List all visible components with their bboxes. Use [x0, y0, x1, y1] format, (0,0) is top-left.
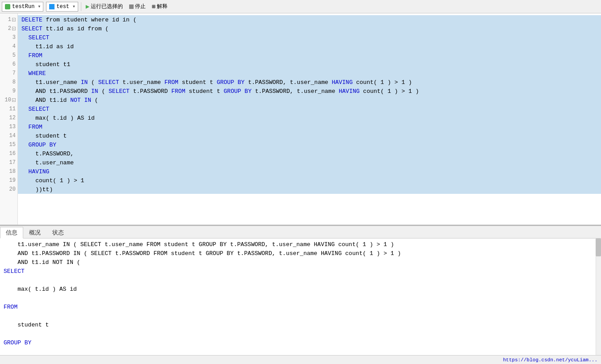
line-num-text: 10: [5, 97, 11, 103]
line-number-19: 19: [0, 176, 17, 185]
code-token: FROM: [164, 79, 178, 86]
line-num-text: 20: [9, 186, 16, 192]
code-token: tt.id as id from (: [42, 25, 109, 32]
line-number-18: 18: [0, 167, 17, 176]
line-num-text: 16: [9, 151, 16, 157]
code-content[interactable]: DELETE from student where id in (SELECT …: [18, 13, 601, 225]
code-line-8[interactable]: t1.user_name IN ( SELECT t.user_name FRO…: [18, 78, 601, 87]
code-token: count( 1 ) > 1 ): [353, 79, 412, 86]
collapse-btn[interactable]: −: [12, 98, 16, 102]
code-line-18[interactable]: HAVING: [18, 167, 601, 176]
code-token: t1.id as id: [21, 43, 74, 50]
code-line-4[interactable]: t1.id as id: [18, 42, 601, 51]
line-number-20: 20: [0, 185, 17, 194]
code-token: GROUP BY: [224, 88, 252, 95]
db-selector-1[interactable]: testRun ▼: [2, 2, 43, 12]
stop-button[interactable]: 停止: [127, 3, 147, 10]
code-token: GROUP BY: [21, 142, 56, 148]
code-editor[interactable]: 1−2−345678910−11121314151617181920 DELET…: [0, 13, 601, 226]
line-num-text: 18: [9, 168, 16, 175]
code-token: HAVING: [21, 168, 49, 175]
code-token: [21, 34, 29, 41]
code-line-10[interactable]: AND t1.id NOT IN (: [18, 96, 601, 105]
stop-label: 停止: [135, 3, 146, 10]
line-number-8: 8: [0, 78, 17, 87]
explain-button[interactable]: ⊞ 解释: [150, 3, 169, 10]
code-line-9[interactable]: AND t1.PASSWORD IN ( SELECT t.PASSWORD F…: [18, 87, 601, 96]
code-line-5[interactable]: FROM: [18, 51, 601, 60]
collapse-btn[interactable]: −: [12, 18, 16, 21]
code-token: t.PASSWORD, t.user_name: [252, 88, 339, 95]
code-token: (: [88, 79, 98, 86]
code-token: from: [42, 17, 63, 23]
line-number-6: 6: [0, 60, 17, 69]
line-number-12: 12: [0, 113, 17, 122]
code-line-12[interactable]: max( t.id ) AS id: [18, 113, 601, 122]
bottom-tab-概况[interactable]: 概况: [23, 226, 46, 238]
chevron-down-icon2: ▼: [73, 4, 75, 8]
code-token: t1.user_name: [21, 79, 81, 86]
info-keyword: SELECT: [4, 268, 25, 275]
bottom-content[interactable]: t1.user_name IN ( SELECT t.user_name FRO…: [0, 238, 601, 355]
info-content: t1.user_name IN ( SELECT t.user_name FRO…: [4, 240, 597, 355]
scrollbar-thumb[interactable]: [596, 238, 601, 256]
code-token: [21, 124, 29, 130]
code-token: IN: [81, 79, 88, 86]
code-line-3[interactable]: SELECT: [18, 33, 601, 42]
scrollbar-right[interactable]: [596, 238, 601, 355]
db-selector-2[interactable]: test ▼: [46, 2, 78, 12]
code-line-20[interactable]: ))tt): [18, 185, 601, 194]
code-line-2[interactable]: SELECT tt.id as id from (: [18, 24, 601, 33]
code-line-1[interactable]: DELETE from student where id in (: [18, 15, 601, 24]
bottom-panel: 信息概况状态 t1.user_name IN ( SELECT t.user_n…: [0, 226, 601, 364]
code-token: SELECT: [98, 79, 119, 86]
code-token: student t1: [21, 61, 70, 68]
toolbar: testRun ▼ test ▼ ▶ 运行已选择的 停止 ⊞ 解释: [0, 0, 601, 13]
code-token: HAVING: [332, 79, 353, 86]
info-line: [4, 347, 590, 355]
code-token: student t: [178, 79, 217, 86]
status-link[interactable]: https://blog.csdn.net/ycuLiam...: [503, 357, 597, 363]
info-line: AND t1.PASSWORD IN ( SELECT t.PASSWORD F…: [4, 249, 590, 258]
line-number-15: 15: [0, 140, 17, 149]
code-line-17[interactable]: t.user_name: [18, 158, 601, 167]
line-number-5: 5: [0, 51, 17, 60]
code-token: SELECT: [29, 106, 50, 113]
code-token: WHERE: [21, 70, 46, 77]
line-num-text: 1: [8, 17, 11, 23]
line-number-2: 2−: [0, 24, 17, 33]
line-num-text: 13: [9, 124, 16, 130]
line-number-3: 3: [0, 33, 17, 42]
collapse-btn[interactable]: −: [12, 27, 16, 30]
explain-icon: ⊞: [152, 3, 156, 10]
code-line-7[interactable]: WHERE: [18, 69, 601, 78]
code-line-13[interactable]: FROM: [18, 122, 601, 131]
code-line-16[interactable]: t.PASSWORD,: [18, 149, 601, 158]
code-token: FROM: [29, 52, 42, 59]
run-button[interactable]: ▶ 运行已选择的: [84, 3, 125, 10]
bottom-tab-信息[interactable]: 信息: [0, 227, 23, 238]
code-token: where id in (: [88, 17, 136, 23]
code-line-14[interactable]: student t: [18, 131, 601, 140]
code-line-11[interactable]: SELECT: [18, 105, 601, 113]
bottom-tabs: 信息概况状态: [0, 226, 601, 238]
bottom-tab-状态[interactable]: 状态: [46, 226, 70, 238]
code-token: SELECT: [29, 34, 50, 41]
code-token: HAVING: [339, 88, 360, 95]
code-token: SELECT: [109, 88, 130, 95]
info-line: [4, 330, 590, 339]
line-num-text: 17: [9, 159, 16, 166]
code-token: (: [91, 97, 98, 104]
line-number-11: 11: [0, 105, 17, 113]
code-line-19[interactable]: count( 1 ) > 1: [18, 176, 601, 185]
editor-area: 1−2−345678910−11121314151617181920 DELET…: [0, 13, 601, 364]
code-line-6[interactable]: student t1: [18, 60, 601, 69]
line-num-text: 19: [9, 177, 16, 184]
line-num-text: 11: [9, 106, 16, 112]
line-numbers: 1−2−345678910−11121314151617181920: [0, 13, 18, 225]
code-token: SELECT: [21, 25, 42, 32]
code-token: FROM: [29, 124, 42, 130]
code-line-15[interactable]: GROUP BY: [18, 140, 601, 149]
line-number-4: 4: [0, 42, 17, 51]
info-line: FROM: [4, 303, 590, 312]
